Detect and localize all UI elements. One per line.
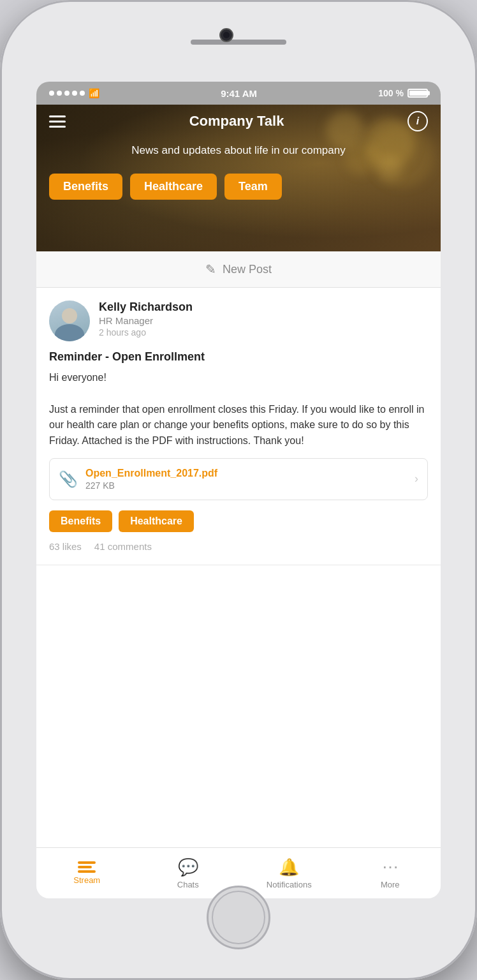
post-content: Just a reminder that open enrollment clo…: [49, 402, 428, 449]
new-post-label: New Post: [223, 263, 272, 276]
nav-more-label: More: [381, 880, 400, 889]
content-area: ✎ New Post Kelly Richardson HR Manager 2…: [36, 251, 441, 847]
status-left: 📶: [49, 88, 99, 98]
paperclip-icon: 📎: [59, 470, 78, 488]
menu-button[interactable]: [49, 115, 66, 128]
bell-icon: 🔔: [279, 858, 299, 877]
header-tags: Benefits Healthcare Team: [36, 163, 441, 212]
new-post-bar[interactable]: ✎ New Post: [36, 251, 441, 288]
post-time: 2 hours ago: [99, 327, 193, 338]
nav-stream-label: Stream: [73, 875, 100, 885]
poster-role: HR Manager: [99, 315, 193, 326]
post-meta: Kelly Richardson HR Manager 2 hours ago: [99, 301, 193, 338]
chat-icon: 💬: [178, 858, 198, 877]
avatar: [49, 301, 90, 341]
poster-name: Kelly Richardson: [99, 301, 193, 314]
more-icon: ⋯: [382, 858, 399, 877]
attachment-size: 227 KB: [85, 480, 407, 491]
signal-dots: [49, 91, 85, 96]
post-greeting: Hi everyone!: [49, 370, 428, 386]
post-likes: 63 likes: [49, 541, 82, 552]
nav-stream[interactable]: Stream: [36, 848, 138, 898]
front-camera: [219, 28, 233, 42]
tag-benefits[interactable]: Benefits: [49, 174, 122, 200]
post-title: Reminder - Open Enrollment: [49, 350, 428, 364]
status-right: 100 %: [378, 88, 428, 98]
stream-icon: [78, 861, 96, 873]
phone-device: 📶 9:41 AM 100 %: [0, 0, 477, 980]
tag-healthcare[interactable]: Healthcare: [130, 174, 217, 200]
attachment[interactable]: 📎 Open_Enrollment_2017.pdf 227 KB ›: [49, 458, 428, 500]
post-comments: 41 comments: [94, 541, 152, 552]
status-time: 9:41 AM: [221, 88, 257, 99]
post-tags: Benefits Healthcare: [49, 510, 428, 532]
info-icon: i: [416, 115, 419, 127]
app-title: Company Talk: [189, 113, 284, 130]
tag-team[interactable]: Team: [224, 174, 282, 200]
chevron-right-icon: ›: [415, 472, 418, 486]
header-subtitle: News and updates about life in our compa…: [36, 138, 441, 163]
wifi-icon: 📶: [89, 88, 99, 98]
edit-icon: ✎: [205, 262, 216, 277]
battery-icon: [407, 89, 428, 98]
nav-chats-label: Chats: [177, 880, 199, 889]
app-header: Company Talk i News and updates about li…: [36, 105, 441, 251]
header-nav: Company Talk i: [36, 105, 441, 138]
speaker: [191, 40, 286, 45]
post-body: Hi everyone! Just a reminder that open e…: [49, 370, 428, 449]
post-tag-benefits[interactable]: Benefits: [49, 510, 112, 532]
post-tag-healthcare[interactable]: Healthcare: [119, 510, 194, 532]
phone-screen: 📶 9:41 AM 100 %: [36, 82, 441, 898]
post-stats: 63 likes 41 comments: [49, 541, 428, 552]
nav-more[interactable]: ⋯ More: [340, 848, 441, 898]
home-button[interactable]: [207, 886, 270, 949]
attachment-info: Open_Enrollment_2017.pdf 227 KB: [85, 468, 407, 491]
info-button[interactable]: i: [407, 111, 428, 131]
attachment-filename: Open_Enrollment_2017.pdf: [85, 468, 407, 479]
post-header: Kelly Richardson HR Manager 2 hours ago: [49, 301, 428, 341]
nav-notifications-label: Notifications: [267, 880, 312, 889]
battery-percent: 100 %: [378, 88, 404, 98]
post-item: Kelly Richardson HR Manager 2 hours ago …: [36, 288, 441, 565]
status-bar: 📶 9:41 AM 100 %: [36, 82, 441, 105]
